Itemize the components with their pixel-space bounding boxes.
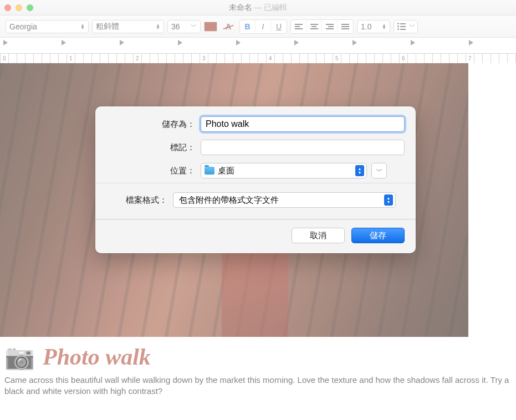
window-title: 未命名 — 已編輯 <box>0 3 516 13</box>
font-style-select[interactable]: 粗斜體 ▲▼ <box>92 20 164 33</box>
line-spacing-value: 1.0 <box>361 22 371 31</box>
tab-marker-icon[interactable] <box>352 40 357 45</box>
tab-marker-icon[interactable] <box>411 40 415 45</box>
save-button[interactable]: 儲存 <box>351 228 405 243</box>
traffic-lights <box>4 4 33 11</box>
tab-stops <box>0 38 516 47</box>
align-right-button[interactable] <box>322 20 338 33</box>
tab-marker-icon[interactable] <box>120 40 124 45</box>
tab-marker-icon[interactable] <box>178 40 182 45</box>
close-window-button[interactable] <box>4 4 11 11</box>
window-title-state: 已編輯 <box>264 3 287 12</box>
location-label: 位置： <box>106 166 201 176</box>
italic-button[interactable]: I <box>256 20 271 33</box>
file-format-value: 包含附件的帶格式文字文件 <box>179 195 279 206</box>
chevron-down-icon: ﹀ <box>191 22 197 30</box>
format-label: 檔案格式： <box>106 195 173 206</box>
list-style-select[interactable]: ﹀ <box>394 20 418 33</box>
tab-marker-icon[interactable] <box>236 40 241 45</box>
location-select[interactable]: 桌面 ▲▼ <box>201 163 367 178</box>
text-style-group: B I U <box>239 19 287 34</box>
file-format-select[interactable]: 包含附件的帶格式文字文件 ▲▼ <box>173 192 396 208</box>
align-left-button[interactable] <box>291 20 306 33</box>
folder-icon <box>205 167 214 175</box>
underline-button[interactable]: U <box>271 20 287 33</box>
bold-button[interactable]: B <box>240 20 256 33</box>
tags-input[interactable] <box>201 140 405 155</box>
cancel-button[interactable]: 取消 <box>292 228 345 243</box>
updown-icon: ▲▼ <box>156 24 160 29</box>
save-dialog: 儲存為： 標記： 位置： 桌面 ▲▼ ﹀ 檔案格式： 包含附件的帶格式文字文件 <box>95 106 416 253</box>
align-justify-button[interactable] <box>338 20 353 33</box>
tags-label: 標記： <box>106 142 201 153</box>
text-color-reset[interactable]: A <box>221 20 236 33</box>
font-family-select[interactable]: Georgia ▲▼ <box>6 20 89 33</box>
tab-marker-icon[interactable] <box>294 40 299 45</box>
minimize-window-button[interactable] <box>16 4 22 11</box>
saveas-input[interactable] <box>201 116 405 132</box>
ruler[interactable]: 0 1 2 3 4 5 6 7 <box>0 38 516 63</box>
zoom-window-button[interactable] <box>27 4 33 11</box>
expand-location-button[interactable]: ﹀ <box>371 163 387 178</box>
saveas-label: 儲存為： <box>106 119 201 130</box>
font-size-value: 36 <box>171 22 180 31</box>
font-family-value: Georgia <box>9 22 37 31</box>
divider <box>95 183 416 183</box>
align-group <box>290 19 354 34</box>
updown-icon: ▲▼ <box>384 194 393 206</box>
tab-marker-icon[interactable] <box>62 40 66 45</box>
dialog-buttons: 取消 儲存 <box>95 219 416 253</box>
window-title-name: 未命名 <box>229 3 252 12</box>
camera-icon: 📷 <box>4 342 35 371</box>
tab-marker-icon[interactable] <box>3 40 8 45</box>
chevron-down-icon: ﹀ <box>376 167 382 175</box>
updown-icon: ▲▼ <box>382 24 386 29</box>
font-style-value: 粗斜體 <box>96 22 119 32</box>
list-icon <box>397 23 406 30</box>
chevron-down-icon: ﹀ <box>409 22 415 30</box>
line-spacing-select[interactable]: 1.0 ▲▼ <box>357 20 390 33</box>
font-size-select[interactable]: 36 ﹀ <box>167 20 201 33</box>
document-paragraph[interactable]: Came across this beautiful wall while wa… <box>4 375 510 397</box>
updown-icon: ▲▼ <box>355 165 364 176</box>
document-title[interactable]: Photo walk <box>43 344 151 370</box>
text-color-swatch[interactable] <box>204 22 217 32</box>
window-titlebar: 未命名 — 已編輯 <box>0 0 516 16</box>
location-value: 桌面 <box>218 166 234 176</box>
format-toolbar: Georgia ▲▼ 粗斜體 ▲▼ 36 ﹀ A B I U 1.0 ▲▼ ﹀ <box>0 16 516 38</box>
tab-marker-icon[interactable] <box>469 40 473 45</box>
align-center-button[interactable] <box>306 20 322 33</box>
updown-icon: ▲▼ <box>80 24 85 29</box>
